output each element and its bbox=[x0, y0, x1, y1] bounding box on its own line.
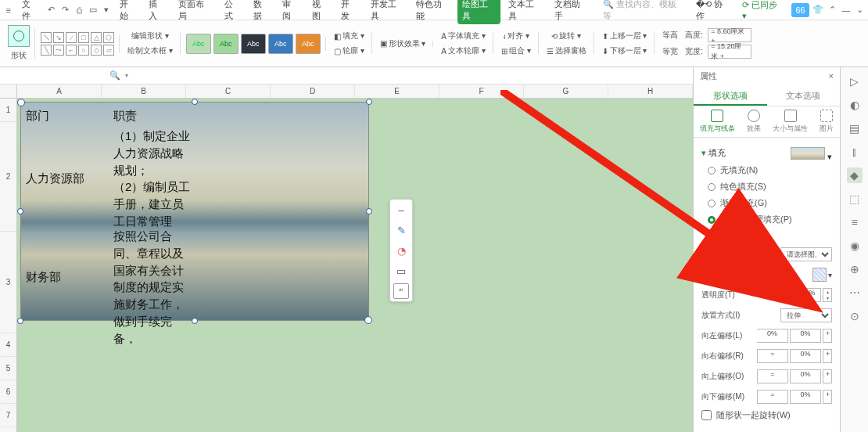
text-outline-dropdown[interactable]: A 文本轮廓 ▾ bbox=[439, 45, 487, 57]
sub-effects[interactable]: 效果 bbox=[747, 110, 761, 134]
print-icon[interactable]: ⎙ bbox=[74, 5, 84, 16]
rotate-with-shape-checkbox[interactable] bbox=[701, 410, 712, 420]
selection-pane-button[interactable]: ☰ 选择窗格 bbox=[544, 45, 589, 57]
skin-icon[interactable]: 👕 bbox=[812, 5, 823, 16]
eq-width-button[interactable]: 等宽 bbox=[660, 45, 680, 58]
tab-text-tools[interactable]: 文本工具 bbox=[504, 0, 547, 24]
width-input[interactable]: = 15.20厘米 + bbox=[708, 45, 751, 59]
combine-dropdown[interactable]: ⊞ 组合 ▾ bbox=[499, 45, 533, 57]
zoom-dropdown-icon[interactable]: ▾ bbox=[125, 72, 128, 79]
row-3[interactable]: 3 bbox=[0, 232, 16, 333]
search-box[interactable]: 🔍 查找内容、模板等 bbox=[598, 0, 687, 24]
row-6[interactable]: 6 bbox=[0, 380, 16, 404]
tab-pagelayout[interactable]: 页面布局 bbox=[174, 0, 217, 24]
preset-5[interactable]: Abc bbox=[296, 34, 321, 54]
preset-2[interactable]: Abc bbox=[213, 34, 239, 54]
col-c[interactable]: C bbox=[186, 85, 271, 98]
quick-ai-icon[interactable]: ᴬᴵ bbox=[393, 283, 409, 299]
app-menu-icon[interactable]: ≡ bbox=[3, 5, 14, 16]
row-2[interactable]: 2 bbox=[0, 122, 16, 232]
sb-shape-icon[interactable]: ◆ bbox=[847, 167, 863, 183]
col-g[interactable]: G bbox=[524, 85, 608, 98]
preset-3[interactable]: Abc bbox=[241, 34, 266, 54]
cell-grid[interactable]: 部门 职责 人力资源部 （1）制定企业人力资源战略规划； （2）编制员工手册，建… bbox=[17, 99, 693, 432]
shape-gallery[interactable]: ＼╲↘⤳⟋⌐ □○△◇⬡▱ bbox=[41, 32, 114, 56]
height-input[interactable]: = 8.60厘米 + bbox=[708, 28, 751, 42]
tab-view[interactable]: 视图 bbox=[307, 0, 333, 24]
tab-special[interactable]: 特色功能 bbox=[411, 0, 454, 24]
tab-devtools[interactable]: 开发工具 bbox=[366, 0, 409, 24]
more-icon[interactable]: ⌄ bbox=[854, 5, 865, 16]
min-ribbon-icon[interactable]: — bbox=[841, 5, 852, 16]
tab-formula[interactable]: 公式 bbox=[220, 0, 246, 24]
sb-select-icon[interactable]: ▷ bbox=[847, 74, 863, 89]
rotate-dropdown[interactable]: ⟲ 旋转 ▾ bbox=[549, 30, 583, 42]
opacity-spinner[interactable]: ▴▾ bbox=[823, 288, 832, 302]
tab-dev[interactable]: 开发 bbox=[336, 0, 362, 24]
sb-download-icon[interactable]: ⊕ bbox=[847, 261, 863, 277]
logo-badge-icon[interactable]: 66 bbox=[791, 3, 809, 17]
pic-src-select[interactable]: 请选择图片 bbox=[780, 247, 832, 261]
bring-forward-dropdown[interactable]: ⬆ 上移一层 ▾ bbox=[600, 30, 650, 42]
style-presets[interactable]: Abc Abc Abc Abc Abc bbox=[186, 34, 321, 54]
sb-backup-icon[interactable]: ◉ bbox=[847, 238, 863, 254]
sb-list-icon[interactable]: ≡ bbox=[847, 214, 863, 230]
opacity-slider[interactable] bbox=[751, 293, 798, 297]
outline-dropdown[interactable]: ▢ 轮廓 ▾ bbox=[332, 45, 367, 57]
align-dropdown[interactable]: ⫞ 对齐 ▾ bbox=[500, 30, 532, 42]
sync-status[interactable]: ⟳ 已同步 ▾ bbox=[737, 0, 788, 23]
eq-height-button[interactable]: 等高 bbox=[660, 29, 680, 41]
tab-doc-helper[interactable]: 文档助手 bbox=[550, 0, 593, 24]
col-d[interactable]: D bbox=[271, 85, 355, 98]
radio-pattern-fill[interactable]: 图案填充(A) bbox=[701, 228, 832, 244]
sub-size[interactable]: 大小与属性 bbox=[773, 110, 808, 134]
selected-shape[interactable]: 部门 职责 人力资源部 （1）制定企业人力资源战略规划； （2）编制员工手册，建… bbox=[20, 102, 369, 321]
sb-chart-icon[interactable]: ⫿ bbox=[847, 144, 863, 160]
send-backward-dropdown[interactable]: ⬇ 下移一层 ▾ bbox=[600, 45, 650, 57]
coop-button[interactable]: �⟲ 协作 bbox=[691, 0, 735, 24]
radio-picture-fill[interactable]: 图片或纹理填充(P) bbox=[701, 211, 832, 228]
sb-help-icon[interactable]: ⊙ bbox=[847, 308, 863, 324]
text-fill-dropdown[interactable]: A 字体填充 ▾ bbox=[439, 30, 487, 42]
tab-start[interactable]: 开始 bbox=[115, 0, 141, 24]
sub-fill-line[interactable]: 填充与线条 bbox=[700, 110, 735, 134]
off-right-input[interactable]: 0% bbox=[790, 349, 821, 363]
row-5[interactable]: 5 bbox=[0, 357, 16, 380]
sb-more-icon[interactable]: ⋯ bbox=[847, 285, 863, 301]
col-e[interactable]: E bbox=[355, 85, 439, 98]
draw-textbox-dropdown[interactable]: 绘制文本框 ▾ bbox=[125, 45, 175, 57]
sb-cell-icon[interactable]: ▤ bbox=[847, 121, 863, 136]
tab-drawing-tools[interactable]: 绘图工具 bbox=[457, 0, 500, 24]
tab-data[interactable]: 数据 bbox=[249, 0, 274, 24]
tab-review[interactable]: 审阅 bbox=[278, 0, 303, 24]
row-1[interactable]: 1 bbox=[0, 99, 16, 122]
preset-1[interactable]: Abc bbox=[186, 34, 211, 54]
more-qat-icon[interactable]: ▾ bbox=[101, 5, 112, 16]
col-h[interactable]: H bbox=[608, 85, 693, 98]
quick-border-icon[interactable]: ▭ bbox=[393, 263, 409, 279]
shape-effects-dropdown[interactable]: ▣ 形状效果 ▾ bbox=[378, 38, 429, 50]
sb-image-icon[interactable]: ⬚ bbox=[847, 191, 863, 207]
zoom-icon[interactable]: 🔍 bbox=[109, 70, 120, 81]
off-top-input[interactable]: 0% bbox=[790, 369, 821, 383]
radio-no-fill[interactable]: 无填充(N) bbox=[701, 162, 832, 178]
file-menu[interactable]: 文件 bbox=[17, 0, 43, 24]
tiling-select[interactable]: 拉伸 bbox=[780, 308, 832, 322]
quick-collapse-icon[interactable]: – bbox=[393, 202, 409, 218]
spreadsheet-area[interactable]: 🔍▾ A B C D E F G H 1 2 3 4 5 6 7 bbox=[0, 67, 693, 432]
radio-solid-fill[interactable]: 纯色填充(S) bbox=[701, 178, 832, 195]
panel-close-icon[interactable]: × bbox=[829, 71, 834, 81]
undo-icon[interactable]: ↶ bbox=[46, 5, 57, 16]
fill-dropdown[interactable]: ◧ 填充 ▾ bbox=[332, 30, 367, 42]
edit-shape-dropdown[interactable]: 编辑形状 ▾ bbox=[129, 30, 171, 42]
quick-edit-icon[interactable]: ✎ bbox=[393, 222, 409, 238]
col-f[interactable]: F bbox=[439, 85, 524, 98]
row-7[interactable]: 7 bbox=[0, 404, 16, 427]
radio-gradient-fill[interactable]: 渐变填充(G) bbox=[701, 195, 832, 211]
panel-tab-shape[interactable]: 形状选项 bbox=[694, 85, 767, 106]
redo-icon[interactable]: ↷ bbox=[60, 5, 71, 16]
col-a[interactable]: A bbox=[17, 85, 102, 98]
preset-4[interactable]: Abc bbox=[268, 34, 293, 54]
preview-icon[interactable]: ▭ bbox=[88, 5, 99, 16]
sub-picture[interactable]: 图片 bbox=[820, 110, 834, 134]
